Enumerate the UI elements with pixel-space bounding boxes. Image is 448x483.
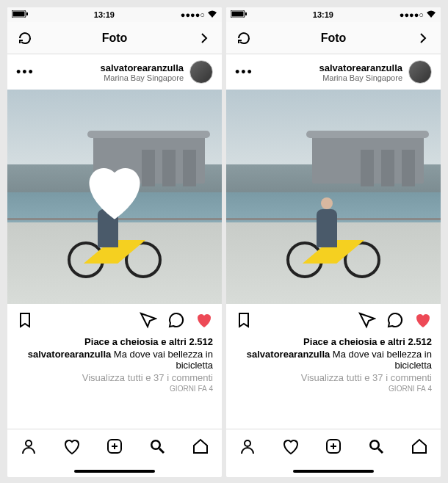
post-header: salvatorearanzulla Marina Bay Singapore … [7, 54, 222, 90]
spacer [226, 396, 441, 429]
tab-add-icon[interactable] [106, 437, 123, 458]
svg-point-4 [153, 441, 159, 448]
caption: salvatorearanzulla Ma dove vai bellezza … [235, 349, 432, 371]
post-photo[interactable] [226, 90, 441, 304]
scene-bike [286, 214, 380, 278]
svg-rect-8 [232, 12, 244, 17]
nav-bar: Foto [226, 22, 441, 54]
home-indicator[interactable] [7, 465, 222, 477]
status-right [12, 10, 28, 19]
time-ago: 4 GIORNI FA [16, 385, 213, 393]
nav-bar: Foto [7, 22, 222, 54]
status-left: ●●●●○ [400, 10, 436, 19]
likes-text[interactable]: Piace a cheiosia e altri 2.512 [16, 336, 213, 347]
spacer [7, 396, 222, 429]
caption-username[interactable]: salvatorearanzulla [247, 349, 330, 360]
user-info[interactable]: salvatorearanzulla Marina Bay Singapore [101, 60, 213, 84]
bookmark-icon[interactable] [16, 311, 34, 329]
tab-activity-icon[interactable] [282, 437, 300, 458]
page-title: Foto [102, 32, 128, 45]
avatar[interactable] [189, 60, 213, 84]
bookmark-icon[interactable] [235, 311, 253, 329]
back-icon[interactable] [195, 29, 213, 47]
location[interactable]: Marina Bay Singapore [319, 73, 402, 82]
battery-icon [12, 10, 28, 19]
view-comments-link[interactable]: Visualizza tutti e 37 i commenti [235, 372, 432, 383]
comment-icon[interactable] [167, 311, 185, 329]
status-bar: 13:19 ●●●●○ [7, 7, 222, 22]
phone-screen-left: 13:19 ●●●●○ Foto salvatorearanzulla Mari… [7, 7, 222, 477]
clock: 13:19 [247, 10, 400, 19]
scene-towers [361, 150, 415, 186]
view-comments-link[interactable]: Visualizza tutti e 37 i commenti [16, 372, 213, 383]
scene-bike [68, 214, 162, 278]
page-title: Foto [321, 32, 347, 45]
svg-point-11 [372, 441, 378, 448]
signal-dots: ●●●●○ [181, 10, 205, 19]
like-icon[interactable] [195, 311, 213, 329]
like-icon[interactable] [414, 311, 432, 329]
share-icon[interactable] [358, 311, 376, 329]
refresh-icon[interactable] [235, 29, 253, 47]
post-header: salvatorearanzulla Marina Bay Singapore … [226, 54, 441, 90]
wifi-icon [426, 10, 436, 19]
caption: salvatorearanzulla Ma dove vai bellezza … [16, 349, 213, 371]
tab-bar [7, 429, 222, 465]
signal-dots: ●●●●○ [400, 10, 424, 19]
caption-area: Piace a cheiosia e altri 2.512 salvatore… [7, 336, 222, 396]
caption-username[interactable]: salvatorearanzulla [28, 349, 111, 360]
tab-profile-icon[interactable] [239, 437, 256, 458]
tab-search-icon[interactable] [367, 437, 385, 458]
share-icon[interactable] [140, 311, 157, 329]
phone-screen-right: 13:19 ●●●●○ Foto salvatorearanzulla Mari… [226, 7, 441, 477]
post-photo[interactable] [7, 90, 222, 304]
action-bar [226, 304, 441, 336]
caption-area: Piace a cheiosia e altri 2.512 salvatore… [226, 336, 441, 396]
more-options-icon[interactable]: ••• [235, 65, 253, 80]
scene-towers [142, 150, 196, 186]
clock: 13:19 [28, 10, 181, 19]
comment-icon[interactable] [386, 311, 404, 329]
tab-activity-icon[interactable] [63, 437, 81, 458]
tab-profile-icon[interactable] [20, 437, 37, 458]
tab-search-icon[interactable] [148, 437, 166, 458]
status-left: ●●●●○ [181, 10, 217, 19]
refresh-icon[interactable] [16, 29, 34, 47]
more-options-icon[interactable]: ••• [16, 65, 35, 80]
location[interactable]: Marina Bay Singapore [101, 73, 184, 82]
time-ago: 4 GIORNI FA [235, 385, 432, 393]
svg-point-6 [26, 440, 32, 446]
tab-bar [226, 429, 441, 465]
status-right [231, 10, 247, 19]
home-indicator[interactable] [226, 465, 441, 477]
username[interactable]: salvatorearanzulla [319, 62, 402, 73]
status-bar: 13:19 ●●●●○ [226, 7, 441, 22]
action-bar [7, 304, 222, 336]
username[interactable]: salvatorearanzulla [101, 62, 184, 73]
caption-text: Ma dove vai bellezza in bicicletta [330, 349, 432, 371]
likes-text[interactable]: Piace a cheiosia e altri 2.512 [235, 336, 432, 347]
user-info[interactable]: salvatorearanzulla Marina Bay Singapore [319, 60, 432, 84]
back-icon[interactable] [414, 29, 432, 47]
svg-rect-1 [13, 12, 25, 17]
wifi-icon [207, 10, 217, 19]
tab-home-icon[interactable] [411, 437, 428, 458]
tab-add-icon[interactable] [325, 437, 342, 458]
svg-point-13 [245, 440, 250, 446]
caption-text: Ma dove vai bellezza in bicicletta [111, 349, 213, 371]
avatar[interactable] [408, 60, 432, 84]
tab-home-icon[interactable] [192, 437, 209, 458]
battery-icon [231, 10, 247, 19]
